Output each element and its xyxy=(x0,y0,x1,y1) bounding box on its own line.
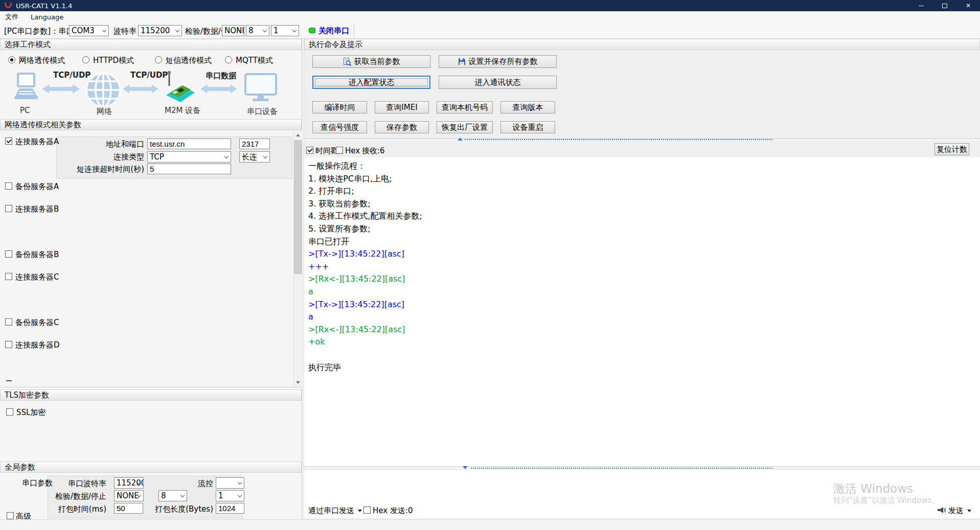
splitter-arrow-down-icon xyxy=(463,466,468,469)
section-divider xyxy=(0,387,302,388)
short-conn-timeout-input[interactable] xyxy=(147,164,231,174)
backup-server-a-checkbox[interactable] xyxy=(5,182,12,190)
right-panel: 执行命令及提示 获取当前参数 设置并保存所有参数 进入配置状态 进入通讯状态 编… xyxy=(304,39,980,530)
radio-httpd-label[interactable]: HTTPD模式 xyxy=(93,56,134,65)
maximize-button[interactable] xyxy=(933,0,956,11)
server-a-checkbox[interactable] xyxy=(5,137,12,145)
pack-time-input[interactable] xyxy=(114,503,143,514)
send-input[interactable] xyxy=(304,470,980,502)
send-hex-checkbox[interactable] xyxy=(363,506,371,514)
close-button[interactable]: ✕ xyxy=(956,0,980,11)
left-panel: 选择工作模式 网络透传模式 HTTPD模式 短信透传模式 MQTT模式 TCP/… xyxy=(0,39,302,530)
radio-sms[interactable] xyxy=(155,56,162,63)
radio-httpd[interactable] xyxy=(82,56,89,63)
radio-net-transparent-label[interactable]: 网络透传模式 xyxy=(19,56,65,65)
ssl-checkbox[interactable] xyxy=(6,408,13,416)
log-line: 2. 打开串口; xyxy=(308,185,980,198)
g-parity-label: 检验/数据/停止 xyxy=(49,492,106,501)
device-restart-button[interactable]: 设备重启 xyxy=(500,121,555,133)
log-splitter-handle[interactable] xyxy=(465,139,772,140)
databits-select[interactable]: 8 xyxy=(246,25,269,36)
node-label-pc: PC xyxy=(20,106,30,115)
query-number-button[interactable]: 查询本机号码 xyxy=(437,101,493,113)
conn-mode-select[interactable]: 长连 xyxy=(239,151,270,163)
log-output[interactable]: 一般操作流程： 1. 模块连PC串口,上电; 2. 打开串口; 3. 获取当前参… xyxy=(304,157,980,466)
log-line xyxy=(308,349,980,361)
send-button[interactable]: 发送 xyxy=(937,506,971,516)
stopbits-select[interactable]: 1 xyxy=(271,25,299,36)
send-hex-label[interactable]: Hex xyxy=(373,506,388,515)
g-databits-select[interactable]: 8 xyxy=(158,490,187,501)
server-d-label[interactable]: 连接服务器D xyxy=(15,340,60,350)
chevron-down-icon xyxy=(224,154,229,158)
conn-type-select[interactable]: TCP xyxy=(147,151,231,163)
server-c-label[interactable]: 连接服务器C xyxy=(15,272,59,282)
server-a-address-input[interactable] xyxy=(147,139,231,149)
reset-count-button[interactable]: 复位计数 xyxy=(935,143,969,155)
log-hex-label[interactable]: Hex xyxy=(345,146,360,155)
menu-file[interactable]: 文件 xyxy=(1,12,22,21)
megaphone-icon xyxy=(937,506,946,514)
save-icon xyxy=(458,58,466,65)
log-line: +ok xyxy=(308,336,980,349)
g-parity-select[interactable]: NONE xyxy=(114,490,144,501)
radio-net-transparent[interactable] xyxy=(8,56,15,63)
server-b-label[interactable]: 连接服务器B xyxy=(15,204,59,214)
advanced-checkbox[interactable] xyxy=(7,512,14,519)
baud-select[interactable]: 115200 xyxy=(138,25,182,36)
get-params-button[interactable]: 获取当前参数 xyxy=(312,55,430,68)
m2m-device-icon xyxy=(164,71,196,106)
title-bar: USR-CAT1 V1.1.4 ✕ xyxy=(0,0,980,11)
backup-server-c-checkbox[interactable] xyxy=(5,318,12,326)
enter-comm-button[interactable]: 进入通讯状态 xyxy=(439,76,557,89)
backup-server-b-label[interactable]: 备份服务器B xyxy=(15,250,59,260)
backup-server-b-checkbox[interactable] xyxy=(5,250,12,258)
flow-ctrl-select[interactable] xyxy=(216,477,244,489)
enter-config-label: 进入配置状态 xyxy=(349,78,395,87)
tls-header: TLS加密参数 xyxy=(0,389,302,401)
query-imei-button[interactable]: 查询IMEI xyxy=(375,101,429,113)
compile-time-button[interactable]: 编译时间 xyxy=(312,101,367,113)
set-save-button[interactable]: 设置并保存所有参数 xyxy=(439,55,557,68)
factory-reset-button[interactable]: 恢复出厂设置 xyxy=(437,121,493,133)
server-a-port-input[interactable] xyxy=(239,139,270,149)
com-port-select[interactable]: COM3 xyxy=(69,25,109,36)
commands-header: 执行命令及提示 xyxy=(304,39,980,50)
save-params-button[interactable]: 保存参数 xyxy=(375,121,429,133)
enter-config-button[interactable]: 进入配置状态 xyxy=(312,76,430,89)
pack-len-input[interactable] xyxy=(216,503,244,514)
backup-server-c-label[interactable]: 备份服务器C xyxy=(15,318,59,328)
minimize-button[interactable] xyxy=(909,0,933,11)
timestamp-checkbox[interactable] xyxy=(306,147,313,154)
g-stopbits-select[interactable]: 1 xyxy=(216,490,244,501)
g-baud-select[interactable]: 115200 xyxy=(114,477,144,489)
node-label-network: 网络 xyxy=(97,107,112,117)
timestamp-label[interactable]: 时间戳 xyxy=(315,146,338,156)
send-splitter-handle[interactable] xyxy=(471,468,772,469)
chevron-down-icon xyxy=(102,28,106,32)
send-via-serial-dropdown[interactable]: 通过串口发送 xyxy=(308,506,362,516)
splitter-arrow-up-icon xyxy=(458,137,463,141)
server-c-checkbox[interactable] xyxy=(5,273,12,280)
chevron-down-icon xyxy=(238,480,242,485)
query-version-button[interactable]: 查询版本 xyxy=(500,101,555,113)
scrollbar-thumb[interactable] xyxy=(294,140,302,274)
server-d-checkbox[interactable] xyxy=(5,341,12,348)
menu-language[interactable]: Language xyxy=(27,13,67,21)
log-hex-checkbox[interactable] xyxy=(336,147,343,154)
radio-sms-label[interactable]: 短信透传模式 xyxy=(166,56,212,65)
backup-server-a-label[interactable]: 备份服务器A xyxy=(15,182,59,192)
query-signal-button[interactable]: 查信号强度 xyxy=(312,121,367,133)
close-serial-button[interactable]: 关闭串口 xyxy=(318,26,349,36)
ssl-label[interactable]: SSL加密 xyxy=(16,408,45,418)
server-a-label[interactable]: 连接服务器A xyxy=(15,137,59,147)
params-scrollbar[interactable] xyxy=(293,131,302,387)
parity-select[interactable]: NONI xyxy=(222,25,244,36)
doc-search-icon xyxy=(343,58,351,66)
server-b-checkbox[interactable] xyxy=(5,205,12,212)
radio-mqtt[interactable] xyxy=(225,56,232,63)
scroll-up-button[interactable] xyxy=(294,131,302,140)
scroll-down-button[interactable] xyxy=(294,378,302,387)
menu-bar: 文件 Language xyxy=(0,11,980,22)
radio-mqtt-label[interactable]: MQTT模式 xyxy=(236,56,273,65)
